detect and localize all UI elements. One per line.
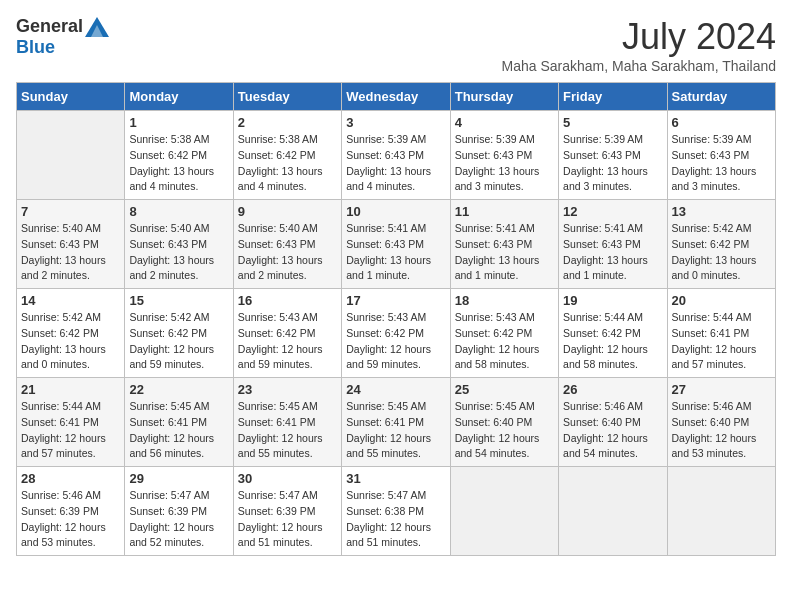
day-info: Sunrise: 5:45 AM Sunset: 6:41 PM Dayligh…: [238, 399, 337, 462]
day-info: Sunrise: 5:43 AM Sunset: 6:42 PM Dayligh…: [346, 310, 445, 373]
calendar-cell: [667, 467, 775, 556]
day-number: 9: [238, 204, 337, 219]
calendar-cell: [559, 467, 667, 556]
logo-icon: [85, 17, 109, 37]
day-info: Sunrise: 5:45 AM Sunset: 6:41 PM Dayligh…: [346, 399, 445, 462]
day-info: Sunrise: 5:47 AM Sunset: 6:39 PM Dayligh…: [129, 488, 228, 551]
calendar-cell: 26Sunrise: 5:46 AM Sunset: 6:40 PM Dayli…: [559, 378, 667, 467]
calendar-cell: 28Sunrise: 5:46 AM Sunset: 6:39 PM Dayli…: [17, 467, 125, 556]
day-info: Sunrise: 5:39 AM Sunset: 6:43 PM Dayligh…: [672, 132, 771, 195]
calendar-cell: 8Sunrise: 5:40 AM Sunset: 6:43 PM Daylig…: [125, 200, 233, 289]
day-info: Sunrise: 5:46 AM Sunset: 6:40 PM Dayligh…: [672, 399, 771, 462]
day-number: 17: [346, 293, 445, 308]
day-info: Sunrise: 5:46 AM Sunset: 6:40 PM Dayligh…: [563, 399, 662, 462]
calendar-cell: 22Sunrise: 5:45 AM Sunset: 6:41 PM Dayli…: [125, 378, 233, 467]
calendar-cell: 12Sunrise: 5:41 AM Sunset: 6:43 PM Dayli…: [559, 200, 667, 289]
calendar-cell: 16Sunrise: 5:43 AM Sunset: 6:42 PM Dayli…: [233, 289, 341, 378]
calendar-header-row: SundayMondayTuesdayWednesdayThursdayFrid…: [17, 83, 776, 111]
day-number: 13: [672, 204, 771, 219]
day-number: 14: [21, 293, 120, 308]
day-info: Sunrise: 5:44 AM Sunset: 6:41 PM Dayligh…: [672, 310, 771, 373]
day-info: Sunrise: 5:45 AM Sunset: 6:40 PM Dayligh…: [455, 399, 554, 462]
day-number: 20: [672, 293, 771, 308]
day-number: 25: [455, 382, 554, 397]
calendar-cell: 11Sunrise: 5:41 AM Sunset: 6:43 PM Dayli…: [450, 200, 558, 289]
day-number: 10: [346, 204, 445, 219]
day-number: 2: [238, 115, 337, 130]
day-number: 28: [21, 471, 120, 486]
calendar-week-row: 7Sunrise: 5:40 AM Sunset: 6:43 PM Daylig…: [17, 200, 776, 289]
day-number: 6: [672, 115, 771, 130]
day-info: Sunrise: 5:44 AM Sunset: 6:42 PM Dayligh…: [563, 310, 662, 373]
day-of-week-header: Wednesday: [342, 83, 450, 111]
day-info: Sunrise: 5:44 AM Sunset: 6:41 PM Dayligh…: [21, 399, 120, 462]
day-number: 3: [346, 115, 445, 130]
logo-blue: Blue: [16, 37, 55, 58]
day-number: 18: [455, 293, 554, 308]
day-number: 15: [129, 293, 228, 308]
day-info: Sunrise: 5:42 AM Sunset: 6:42 PM Dayligh…: [129, 310, 228, 373]
day-info: Sunrise: 5:40 AM Sunset: 6:43 PM Dayligh…: [238, 221, 337, 284]
calendar-cell: 23Sunrise: 5:45 AM Sunset: 6:41 PM Dayli…: [233, 378, 341, 467]
calendar-table: SundayMondayTuesdayWednesdayThursdayFrid…: [16, 82, 776, 556]
calendar-cell: 29Sunrise: 5:47 AM Sunset: 6:39 PM Dayli…: [125, 467, 233, 556]
day-info: Sunrise: 5:45 AM Sunset: 6:41 PM Dayligh…: [129, 399, 228, 462]
calendar-cell: 4Sunrise: 5:39 AM Sunset: 6:43 PM Daylig…: [450, 111, 558, 200]
day-number: 4: [455, 115, 554, 130]
calendar-cell: 1Sunrise: 5:38 AM Sunset: 6:42 PM Daylig…: [125, 111, 233, 200]
day-number: 29: [129, 471, 228, 486]
day-of-week-header: Tuesday: [233, 83, 341, 111]
calendar-cell: 19Sunrise: 5:44 AM Sunset: 6:42 PM Dayli…: [559, 289, 667, 378]
calendar-cell: 10Sunrise: 5:41 AM Sunset: 6:43 PM Dayli…: [342, 200, 450, 289]
day-info: Sunrise: 5:42 AM Sunset: 6:42 PM Dayligh…: [21, 310, 120, 373]
calendar-cell: 9Sunrise: 5:40 AM Sunset: 6:43 PM Daylig…: [233, 200, 341, 289]
day-number: 30: [238, 471, 337, 486]
day-info: Sunrise: 5:43 AM Sunset: 6:42 PM Dayligh…: [455, 310, 554, 373]
calendar-cell: 25Sunrise: 5:45 AM Sunset: 6:40 PM Dayli…: [450, 378, 558, 467]
day-info: Sunrise: 5:39 AM Sunset: 6:43 PM Dayligh…: [563, 132, 662, 195]
calendar-cell: 7Sunrise: 5:40 AM Sunset: 6:43 PM Daylig…: [17, 200, 125, 289]
calendar-week-row: 14Sunrise: 5:42 AM Sunset: 6:42 PM Dayli…: [17, 289, 776, 378]
day-number: 1: [129, 115, 228, 130]
day-info: Sunrise: 5:40 AM Sunset: 6:43 PM Dayligh…: [129, 221, 228, 284]
calendar-cell: 18Sunrise: 5:43 AM Sunset: 6:42 PM Dayli…: [450, 289, 558, 378]
day-info: Sunrise: 5:39 AM Sunset: 6:43 PM Dayligh…: [346, 132, 445, 195]
logo: General Blue: [16, 16, 109, 58]
month-year-title: July 2024: [502, 16, 776, 58]
day-number: 5: [563, 115, 662, 130]
calendar-cell: 24Sunrise: 5:45 AM Sunset: 6:41 PM Dayli…: [342, 378, 450, 467]
day-of-week-header: Sunday: [17, 83, 125, 111]
day-info: Sunrise: 5:40 AM Sunset: 6:43 PM Dayligh…: [21, 221, 120, 284]
calendar-cell: 31Sunrise: 5:47 AM Sunset: 6:38 PM Dayli…: [342, 467, 450, 556]
day-of-week-header: Monday: [125, 83, 233, 111]
day-number: 7: [21, 204, 120, 219]
day-info: Sunrise: 5:42 AM Sunset: 6:42 PM Dayligh…: [672, 221, 771, 284]
day-info: Sunrise: 5:38 AM Sunset: 6:42 PM Dayligh…: [238, 132, 337, 195]
day-info: Sunrise: 5:38 AM Sunset: 6:42 PM Dayligh…: [129, 132, 228, 195]
calendar-cell: 21Sunrise: 5:44 AM Sunset: 6:41 PM Dayli…: [17, 378, 125, 467]
calendar-cell: 20Sunrise: 5:44 AM Sunset: 6:41 PM Dayli…: [667, 289, 775, 378]
calendar-cell: 2Sunrise: 5:38 AM Sunset: 6:42 PM Daylig…: [233, 111, 341, 200]
day-of-week-header: Friday: [559, 83, 667, 111]
calendar-cell: 5Sunrise: 5:39 AM Sunset: 6:43 PM Daylig…: [559, 111, 667, 200]
day-number: 8: [129, 204, 228, 219]
calendar-cell: 14Sunrise: 5:42 AM Sunset: 6:42 PM Dayli…: [17, 289, 125, 378]
calendar-cell: 3Sunrise: 5:39 AM Sunset: 6:43 PM Daylig…: [342, 111, 450, 200]
calendar-week-row: 21Sunrise: 5:44 AM Sunset: 6:41 PM Dayli…: [17, 378, 776, 467]
day-info: Sunrise: 5:47 AM Sunset: 6:39 PM Dayligh…: [238, 488, 337, 551]
day-info: Sunrise: 5:46 AM Sunset: 6:39 PM Dayligh…: [21, 488, 120, 551]
day-number: 23: [238, 382, 337, 397]
day-number: 26: [563, 382, 662, 397]
day-number: 22: [129, 382, 228, 397]
day-number: 31: [346, 471, 445, 486]
calendar-week-row: 28Sunrise: 5:46 AM Sunset: 6:39 PM Dayli…: [17, 467, 776, 556]
calendar-cell: 17Sunrise: 5:43 AM Sunset: 6:42 PM Dayli…: [342, 289, 450, 378]
day-info: Sunrise: 5:47 AM Sunset: 6:38 PM Dayligh…: [346, 488, 445, 551]
day-info: Sunrise: 5:43 AM Sunset: 6:42 PM Dayligh…: [238, 310, 337, 373]
calendar-cell: [450, 467, 558, 556]
calendar-cell: 27Sunrise: 5:46 AM Sunset: 6:40 PM Dayli…: [667, 378, 775, 467]
day-info: Sunrise: 5:41 AM Sunset: 6:43 PM Dayligh…: [563, 221, 662, 284]
day-number: 24: [346, 382, 445, 397]
calendar-cell: 30Sunrise: 5:47 AM Sunset: 6:39 PM Dayli…: [233, 467, 341, 556]
calendar-cell: 13Sunrise: 5:42 AM Sunset: 6:42 PM Dayli…: [667, 200, 775, 289]
